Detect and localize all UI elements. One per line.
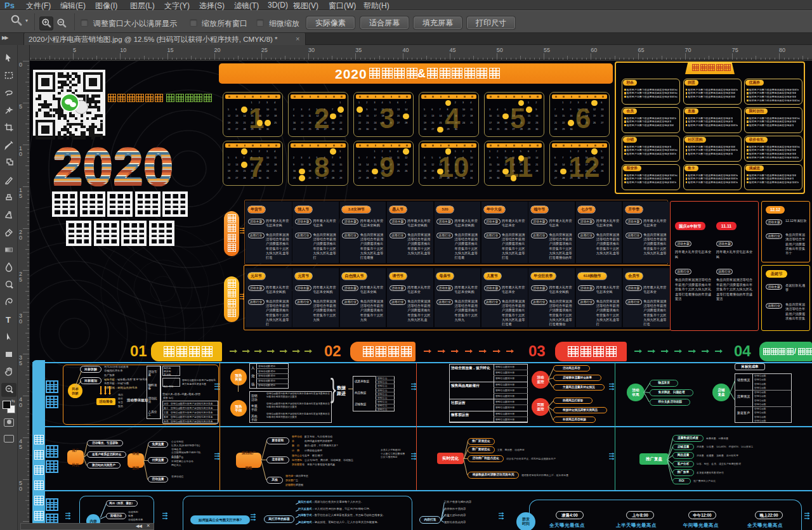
- svg-text:T: T: [6, 315, 11, 325]
